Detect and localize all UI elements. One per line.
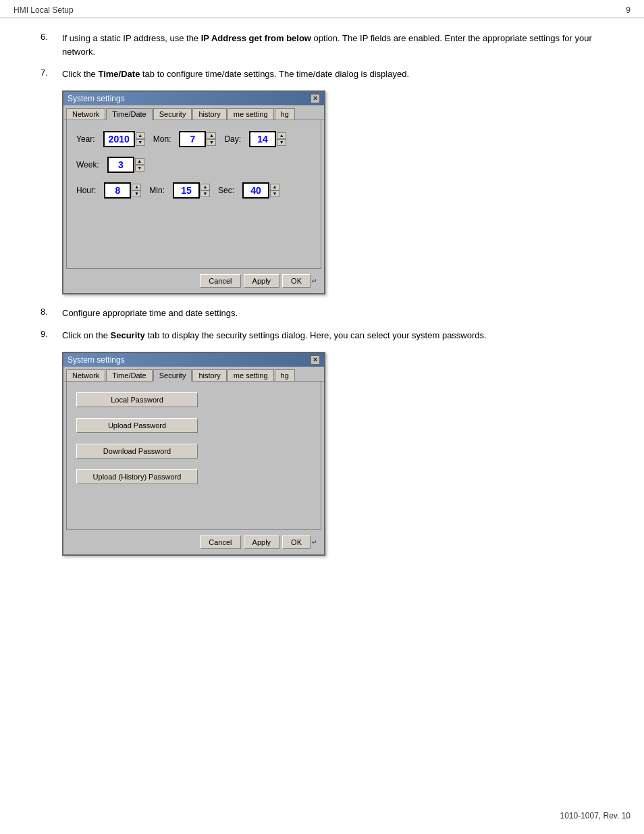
week-label: Week:: [76, 160, 99, 170]
doc-title: HMI Local Setup: [14, 5, 74, 15]
sec-down-button[interactable]: ▼: [270, 190, 279, 197]
mon-down-button[interactable]: ▼: [207, 139, 216, 146]
dialog2-apply-button[interactable]: Apply: [244, 536, 280, 549]
para-6-num: 6.: [41, 32, 57, 58]
mon-label: Mon:: [153, 134, 171, 144]
dialog1-ok-area: OK ↵: [282, 274, 317, 288]
page-content: 6. If using a static IP address, use the…: [0, 18, 644, 595]
tab-security-2[interactable]: Security: [153, 369, 192, 382]
min-up-button[interactable]: ▲: [200, 184, 210, 190]
hour-up-button[interactable]: ▲: [132, 184, 141, 190]
dialog2-title: System settings: [68, 355, 125, 365]
page-header: HMI Local Setup 9: [0, 0, 644, 18]
page-number: 9: [626, 5, 630, 15]
dialog1-ok-icon: ↵: [312, 278, 317, 284]
tab-timedate-2[interactable]: Time/Date: [106, 369, 152, 381]
tab-hg-2[interactable]: hg: [275, 369, 295, 381]
min-spinner: 15 ▲ ▼: [173, 182, 210, 199]
para-7-num: 7.: [41, 68, 57, 81]
dialog1-close-button[interactable]: ✕: [311, 94, 320, 103]
date-row: Year: 2010 ▲ ▼ Mon: 7 ▲ ▼: [76, 131, 311, 147]
sec-spin-buttons: ▲ ▼: [270, 184, 279, 197]
week-value: 3: [107, 157, 134, 173]
dialog2-footer: Cancel Apply OK ↵: [63, 530, 324, 554]
day-down-button[interactable]: ▼: [277, 139, 286, 146]
doc-ref: 1010-1007, Rev. 10: [560, 811, 630, 820]
tab-network-1[interactable]: Network: [66, 108, 105, 120]
day-spin-buttons: ▲ ▼: [277, 132, 286, 146]
year-label: Year:: [76, 134, 95, 144]
dialog1-apply-button[interactable]: Apply: [244, 274, 280, 288]
upload-history-password-button[interactable]: Upload (History) Password: [76, 469, 198, 484]
upload-password-button[interactable]: Upload Password: [76, 418, 198, 433]
week-up-button[interactable]: ▲: [135, 158, 144, 165]
page-footer: 1010-1007, Rev. 10: [560, 811, 630, 820]
min-spin-buttons: ▲ ▼: [200, 184, 210, 197]
year-down-button[interactable]: ▼: [136, 139, 145, 146]
dialog2-cancel-button[interactable]: Cancel: [200, 536, 240, 549]
dialog2-ok-icon: ↵: [312, 539, 317, 546]
para-6-text: If using a static IP address, use the IP…: [62, 32, 603, 58]
dialog1-container: System settings ✕ Network Time/Date Secu…: [62, 90, 603, 294]
sec-value: 40: [242, 182, 269, 199]
dialog2-ok-area: OK ↵: [282, 536, 317, 549]
min-down-button[interactable]: ▼: [200, 190, 210, 197]
tab-history-1[interactable]: history: [192, 108, 226, 120]
paragraph-8: 8. Configure appropriate time and date s…: [41, 307, 603, 320]
tab-network-2[interactable]: Network: [66, 369, 105, 381]
year-value: 2010: [103, 131, 135, 147]
dialog1-titlebar: System settings ✕: [63, 92, 324, 105]
week-spinner: 3 ▲ ▼: [107, 157, 144, 173]
tab-security-1[interactable]: Security: [153, 108, 192, 120]
year-up-button[interactable]: ▲: [136, 132, 145, 139]
para-8-text: Configure appropriate time and date sett…: [62, 307, 238, 320]
mon-spinner: 7 ▲ ▼: [179, 131, 216, 147]
dialog2-close-button[interactable]: ✕: [311, 355, 320, 365]
local-password-button[interactable]: Local Password: [76, 392, 198, 407]
sec-up-button[interactable]: ▲: [270, 184, 279, 190]
paragraph-9: 9. Click on the Security tab to display …: [41, 329, 603, 342]
hour-label: Hour:: [76, 186, 96, 195]
para-9-num: 9.: [41, 329, 57, 342]
min-label: Min:: [149, 186, 165, 195]
dialog1-body: Year: 2010 ▲ ▼ Mon: 7 ▲ ▼: [66, 120, 321, 269]
download-password-button[interactable]: Download Password: [76, 444, 198, 459]
dialog2-titlebar: System settings ✕: [63, 353, 324, 367]
hour-value: 8: [104, 182, 131, 199]
para-9-text: Click on the Security tab to display the…: [62, 329, 487, 342]
system-settings-dialog-1: System settings ✕ Network Time/Date Secu…: [62, 90, 325, 294]
hour-spin-buttons: ▲ ▼: [132, 184, 141, 197]
dialog1-ok-button[interactable]: OK: [282, 274, 311, 288]
sec-label: Sec:: [218, 186, 234, 195]
paragraph-7: 7. Click the Time/Date tab to configure …: [41, 68, 603, 81]
system-settings-dialog-2: System settings ✕ Network Time/Date Secu…: [62, 352, 325, 556]
dialog1-footer: Cancel Apply OK ↵: [63, 269, 324, 293]
tab-mesetting-1[interactable]: me setting: [227, 108, 274, 120]
day-up-button[interactable]: ▲: [277, 132, 286, 139]
paragraph-6: 6. If using a static IP address, use the…: [41, 32, 603, 58]
sec-spinner: 40 ▲ ▼: [242, 182, 279, 199]
year-spin-buttons: ▲ ▼: [136, 132, 145, 146]
tab-hg-1[interactable]: hg: [275, 108, 295, 120]
year-spinner: 2010 ▲ ▼: [103, 131, 145, 147]
para-8-num: 8.: [41, 307, 57, 320]
dialog1-cancel-button[interactable]: Cancel: [200, 274, 240, 288]
week-down-button[interactable]: ▼: [135, 165, 144, 172]
dialog1-title: System settings: [68, 94, 125, 103]
dialog2-tabs: Network Time/Date Security history me se…: [63, 367, 324, 382]
para-7-text: Click the Time/Date tab to configure tim…: [62, 68, 409, 81]
dialog2-container: System settings ✕ Network Time/Date Secu…: [62, 352, 603, 556]
hour-down-button[interactable]: ▼: [132, 190, 141, 197]
day-spinner: 14 ▲ ▼: [249, 131, 286, 147]
week-row: Week: 3 ▲ ▼: [76, 157, 311, 173]
dialog2-ok-button[interactable]: OK: [282, 536, 311, 549]
dialog2-body: Local Password Upload Password Download …: [66, 382, 321, 530]
mon-spin-buttons: ▲ ▼: [207, 132, 216, 146]
tab-history-2[interactable]: history: [192, 369, 226, 381]
tab-mesetting-2[interactable]: me setting: [227, 369, 274, 381]
mon-up-button[interactable]: ▲: [207, 132, 216, 139]
day-label: Day:: [224, 134, 241, 144]
tab-timedate-1[interactable]: Time/Date: [106, 108, 152, 120]
mon-value: 7: [179, 131, 206, 147]
dialog1-tabs: Network Time/Date Security history me se…: [63, 105, 324, 120]
